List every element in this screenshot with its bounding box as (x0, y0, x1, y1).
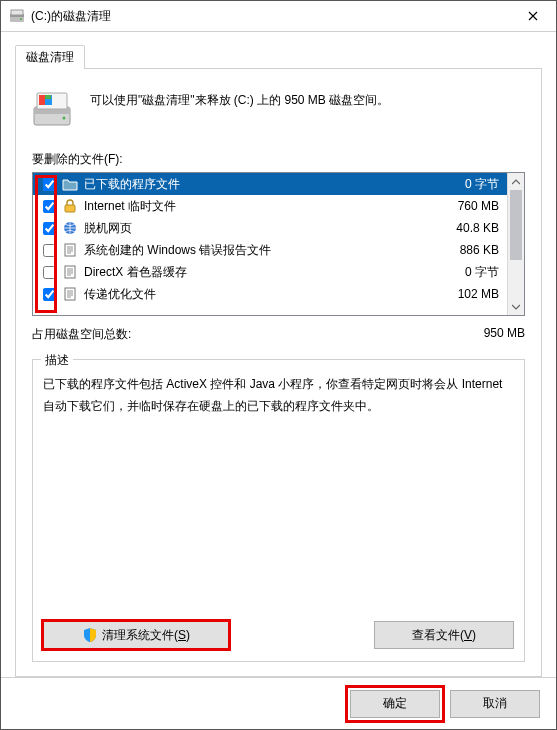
folder-icon (62, 176, 78, 192)
info-text: 可以使用"磁盘清理"来释放 (C:) 上的 950 MB 磁盘空间。 (90, 87, 389, 110)
scrollbar[interactable] (507, 173, 524, 315)
scroll-down-button[interactable] (508, 298, 524, 315)
group-buttons: 清理系统文件(S) 查看文件(V) (43, 613, 514, 649)
content-area: 磁盘清理 可以使用"磁盘清理"来释放 (C:) 上的 950 MB 磁盘空间。 (1, 32, 556, 677)
file-name: 已下载的程序文件 (84, 176, 465, 193)
file-size: 0 字节 (465, 264, 503, 281)
lock-icon (62, 198, 78, 214)
svg-rect-11 (65, 205, 75, 212)
view-files-button[interactable]: 查看文件(V) (374, 621, 514, 649)
file-name: 传递优化文件 (84, 286, 458, 303)
description-text: 已下载的程序文件包括 ActiveX 控件和 Java 小程序，你查看特定网页时… (43, 374, 514, 417)
file-size: 40.8 KB (456, 221, 503, 235)
shield-icon (82, 627, 98, 643)
scroll-track[interactable] (508, 260, 524, 298)
file-name: 系统创建的 Windows 错误报告文件 (84, 242, 460, 259)
close-icon (528, 11, 538, 21)
total-value: 950 MB (484, 326, 525, 343)
svg-point-3 (20, 18, 22, 20)
file-icon (62, 264, 78, 280)
chevron-down-icon (512, 304, 520, 310)
list-item[interactable]: 传递优化文件102 MB (33, 283, 507, 305)
svg-rect-15 (65, 288, 75, 300)
svg-rect-2 (11, 10, 23, 15)
file-checkbox[interactable] (43, 178, 56, 191)
total-row: 占用磁盘空间总数: 950 MB (32, 326, 525, 343)
web-icon (62, 220, 78, 236)
info-row: 可以使用"磁盘清理"来释放 (C:) 上的 950 MB 磁盘空间。 (32, 87, 525, 129)
description-group: 描述 已下载的程序文件包括 ActiveX 控件和 Java 小程序，你查看特定… (32, 359, 525, 662)
total-label: 占用磁盘空间总数: (32, 326, 484, 343)
list-item[interactable]: 系统创建的 Windows 错误报告文件886 KB (33, 239, 507, 261)
svg-rect-9 (45, 95, 51, 99)
svg-rect-13 (65, 244, 75, 256)
file-checkbox[interactable] (43, 222, 56, 235)
close-button[interactable] (510, 1, 556, 31)
list-item[interactable]: 已下载的程序文件0 字节 (33, 173, 507, 195)
scroll-up-button[interactable] (508, 173, 524, 190)
svg-point-10 (63, 117, 66, 120)
list-item[interactable]: 脱机网页40.8 KB (33, 217, 507, 239)
svg-rect-8 (39, 95, 45, 105)
files-listbox[interactable]: 已下载的程序文件0 字节Internet 临时文件760 MB脱机网页40.8 … (32, 172, 525, 316)
file-checkbox[interactable] (43, 244, 56, 257)
files-label: 要删除的文件(F): (32, 151, 525, 168)
cancel-button[interactable]: 取消 (450, 690, 540, 718)
list-item[interactable]: DirectX 着色器缓存0 字节 (33, 261, 507, 283)
svg-rect-14 (65, 266, 75, 278)
file-checkbox[interactable] (43, 288, 56, 301)
file-size: 102 MB (458, 287, 503, 301)
drive-icon (32, 89, 72, 129)
file-name: Internet 临时文件 (84, 198, 458, 215)
tab-disk-cleanup[interactable]: 磁盘清理 (15, 45, 85, 69)
file-icon (62, 286, 78, 302)
tabstrip: 磁盘清理 (15, 44, 542, 68)
clean-system-files-button[interactable]: 清理系统文件(S) (43, 621, 229, 649)
file-checkbox[interactable] (43, 200, 56, 213)
file-checkbox[interactable] (43, 266, 56, 279)
window-title: (C:)的磁盘清理 (31, 8, 510, 25)
scroll-thumb[interactable] (510, 190, 522, 260)
file-size: 760 MB (458, 199, 503, 213)
titlebar: (C:)的磁盘清理 (1, 1, 556, 32)
list-item[interactable]: Internet 临时文件760 MB (33, 195, 507, 217)
chevron-up-icon (512, 179, 520, 185)
file-size: 0 字节 (465, 176, 503, 193)
description-title: 描述 (41, 352, 73, 369)
disk-cleanup-window: (C:)的磁盘清理 磁盘清理 (0, 0, 557, 730)
drive-icon-small (9, 8, 25, 24)
ok-button[interactable]: 确定 (350, 690, 440, 718)
tab-panel: 可以使用"磁盘清理"来释放 (C:) 上的 950 MB 磁盘空间。 要删除的文… (15, 68, 542, 677)
file-name: DirectX 着色器缓存 (84, 264, 465, 281)
file-size: 886 KB (460, 243, 503, 257)
file-name: 脱机网页 (84, 220, 456, 237)
file-icon (62, 242, 78, 258)
footer: 确定 取消 (1, 677, 556, 729)
